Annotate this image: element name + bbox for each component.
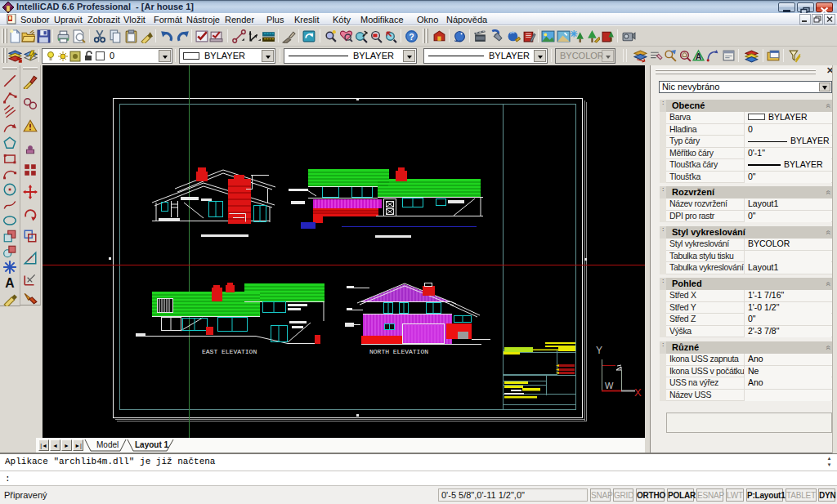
- svg-text:Y: Y: [596, 345, 602, 356]
- svg-text:A: A: [696, 51, 702, 61]
- svg-text:NORTH ELEVATION: NORTH ELEVATION: [369, 348, 428, 355]
- svg-text:X: X: [634, 386, 642, 399]
- svg-text:?: ?: [409, 32, 414, 42]
- svg-text:EAST ELEVATION: EAST ELEVATION: [202, 348, 257, 355]
- svg-text:W: W: [605, 381, 614, 390]
- svg-text:A: A: [5, 276, 14, 290]
